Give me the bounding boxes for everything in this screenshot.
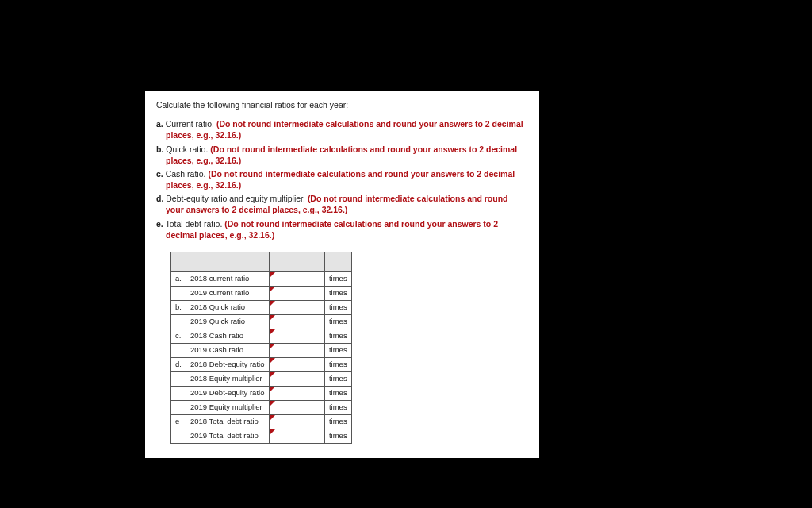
question-list: a. Current ratio. (Do not round intermed…: [156, 118, 528, 241]
row-letter: [171, 371, 186, 386]
row-letter: b.: [171, 300, 186, 314]
table-row: 2019 Debt-equity ratio times: [171, 386, 352, 400]
table-row: 2019 current ratio times: [171, 286, 352, 300]
table-row: e 2018 Total debt ratio times: [171, 414, 352, 429]
question-instruction: (Do not round intermediate calculations …: [166, 119, 523, 140]
table-row: 2019 Cash ratio times: [171, 343, 352, 357]
header-blank: [186, 252, 269, 271]
answer-input[interactable]: [269, 343, 324, 357]
question-d: d. Debt-equity ratio and equity multipli…: [156, 193, 528, 215]
table-row: 2019 Total debt ratio times: [171, 429, 352, 443]
row-unit: times: [324, 371, 351, 386]
answer-input[interactable]: [269, 286, 324, 300]
required-flag-icon: [270, 401, 275, 406]
required-flag-icon: [270, 272, 275, 278]
answer-input[interactable]: [269, 400, 324, 414]
row-unit: times: [324, 386, 351, 400]
row-label: 2019 Quick ratio: [186, 314, 269, 329]
row-letter: [171, 386, 186, 400]
row-unit: times: [324, 314, 351, 329]
row-unit: times: [324, 271, 351, 286]
required-flag-icon: [270, 415, 275, 421]
table-row: a. 2018 current ratio times: [171, 271, 352, 286]
table-row: 2019 Equity multiplier times: [171, 400, 352, 414]
row-label: 2018 Equity multiplier: [186, 371, 269, 386]
row-label: 2019 Total debt ratio: [186, 429, 269, 443]
header-blank: [324, 252, 351, 271]
header-blank: [269, 252, 324, 271]
intro-text: Calculate the following financial ratios…: [156, 99, 528, 110]
question-instruction: (Do not round intermediate calculations …: [166, 169, 515, 190]
row-letter: [171, 343, 186, 357]
row-unit: times: [324, 357, 351, 371]
required-flag-icon: [270, 344, 275, 349]
question-label: Quick ratio.: [166, 144, 208, 154]
header-blank: [171, 252, 186, 271]
table-row: b. 2018 Quick ratio times: [171, 300, 352, 314]
table-row: 2018 Equity multiplier times: [171, 371, 352, 386]
answer-input[interactable]: [269, 271, 324, 286]
row-letter: e: [171, 414, 186, 429]
row-label: 2018 Cash ratio: [186, 329, 269, 343]
question-letter: d.: [156, 194, 163, 203]
answer-input[interactable]: [269, 357, 324, 371]
row-unit: times: [324, 329, 351, 343]
question-label: Current ratio.: [166, 119, 214, 129]
question-a: a. Current ratio. (Do not round intermed…: [156, 118, 528, 140]
question-b: b. Quick ratio. (Do not round intermedia…: [156, 144, 528, 166]
required-flag-icon: [270, 358, 275, 364]
question-letter: e.: [156, 219, 163, 229]
required-flag-icon: [270, 315, 275, 321]
row-unit: times: [324, 286, 351, 300]
question-letter: c.: [156, 169, 163, 179]
question-e: e. Total debt ratio. (Do not round inter…: [156, 218, 528, 241]
worksheet: Calculate the following financial ratios…: [145, 91, 539, 458]
row-letter: a.: [171, 271, 186, 286]
answer-input[interactable]: [269, 414, 324, 429]
question-c: c. Cash ratio. (Do not round intermediat…: [156, 168, 528, 190]
required-flag-icon: [270, 287, 275, 292]
row-unit: times: [324, 414, 351, 429]
row-letter: [171, 286, 186, 300]
row-letter: [171, 400, 186, 414]
row-letter: d.: [171, 357, 186, 371]
answer-input[interactable]: [269, 429, 324, 443]
row-label: 2018 current ratio: [186, 271, 269, 286]
row-label: 2019 Cash ratio: [186, 343, 269, 357]
row-unit: times: [324, 400, 351, 414]
answer-input[interactable]: [269, 329, 324, 343]
row-label: 2019 Equity multiplier: [186, 400, 269, 414]
row-letter: [171, 429, 186, 443]
required-flag-icon: [270, 429, 275, 435]
answer-input[interactable]: [269, 314, 324, 329]
row-letter: [171, 314, 186, 329]
question-label: Total debt ratio.: [166, 219, 223, 229]
required-flag-icon: [270, 372, 275, 378]
required-flag-icon: [270, 329, 275, 335]
row-letter: c.: [171, 329, 186, 343]
question-instruction: (Do not round intermediate calculations …: [166, 144, 517, 165]
answer-input[interactable]: [269, 300, 324, 314]
row-unit: times: [324, 429, 351, 443]
answer-table: a. 2018 current ratio times 2019 current…: [170, 252, 352, 444]
table-row: d. 2018 Debt-equity ratio times: [171, 357, 352, 371]
required-flag-icon: [270, 301, 275, 306]
required-flag-icon: [270, 387, 275, 392]
row-unit: times: [324, 343, 351, 357]
row-label: 2018 Debt-equity ratio: [186, 357, 269, 371]
question-letter: b.: [156, 144, 163, 154]
answer-input[interactable]: [269, 371, 324, 386]
row-label: 2019 current ratio: [186, 286, 269, 300]
answer-input[interactable]: [269, 386, 324, 400]
table-row: c. 2018 Cash ratio times: [171, 329, 352, 343]
row-label: 2018 Quick ratio: [186, 300, 269, 314]
question-label: Cash ratio.: [166, 169, 206, 179]
row-label: 2019 Debt-equity ratio: [186, 386, 269, 400]
table-header-row: [171, 252, 352, 271]
question-letter: a.: [156, 119, 163, 129]
question-label: Debt-equity ratio and equity multiplier.: [166, 194, 305, 203]
table-row: 2019 Quick ratio times: [171, 314, 352, 329]
row-label: 2018 Total debt ratio: [186, 414, 269, 429]
row-unit: times: [324, 300, 351, 314]
